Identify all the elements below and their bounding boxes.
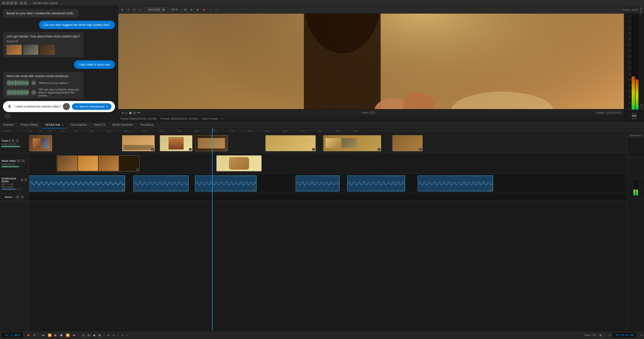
track1-level-bar[interactable] — [2, 146, 22, 147]
svg-rect-38 — [14, 90, 14, 95]
audio-s-btn[interactable]: S — [24, 178, 27, 182]
clip-thumb-2[interactable] — [23, 45, 38, 55]
ext-icon[interactable]: — — [215, 8, 219, 12]
track1-s-btn[interactable]: S — [16, 139, 19, 142]
audio-clip-4[interactable] — [296, 175, 340, 191]
clip-1c[interactable]: fx — [160, 135, 192, 151]
record-btn[interactable]: ⏺ — [202, 8, 206, 12]
grid-icon[interactable]: ⊞ — [183, 8, 187, 12]
tab-transitions[interactable]: Transitions — [137, 121, 157, 128]
track1-m-btn[interactable]: M — [11, 139, 15, 142]
loop-btn[interactable]: ⊡ — [133, 111, 136, 115]
tab-video-fx[interactable]: Video FX — [91, 121, 109, 128]
refresh-icon[interactable]: ↺ — [126, 8, 130, 12]
stock-s-btn[interactable]: S — [21, 159, 25, 163]
save-icon[interactable] — [14, 2, 17, 5]
edit-btn[interactable]: ✂ — [106, 333, 111, 337]
redo-icon[interactable] — [24, 2, 27, 5]
tab-explorer[interactable]: Explorer — [0, 121, 17, 128]
svg-rect-57 — [28, 91, 29, 94]
timecode-display: 17.1.051 — [2, 332, 23, 338]
clip-1e[interactable]: fx — [265, 135, 316, 151]
clip-1b[interactable]: fx — [122, 135, 155, 151]
play-btn[interactable]: ▷ — [125, 111, 128, 115]
clip-1a[interactable] — [29, 135, 52, 151]
send-button[interactable]: ↑ — [63, 103, 70, 110]
stock-m-btn[interactable]: M — [17, 159, 20, 163]
go-start-btn[interactable]: ⏮ — [41, 333, 46, 337]
expand-icon[interactable]: ▾ — [222, 117, 223, 120]
audio-clip-6[interactable]: fx — [418, 175, 493, 191]
master-s-btn[interactable]: S — [20, 195, 24, 199]
voice-play-btn-2[interactable]: + — [31, 90, 36, 95]
snap-icon[interactable]: ⊕ — [120, 8, 124, 12]
prev-btn[interactable]: ⊲ — [121, 111, 124, 115]
rate-reset-btn[interactable]: ■ — [598, 333, 602, 337]
idea-to-storyboard-button[interactable]: ✦ Idea to Storyboard ▾ — [72, 103, 111, 110]
undo-icon[interactable] — [20, 2, 23, 5]
tab-hub-explorer[interactable]: Hub Explorer — [67, 121, 90, 128]
record-btn[interactable]: ⏺ — [26, 333, 31, 337]
audio-clip-2[interactable] — [133, 175, 189, 191]
play-btn[interactable]: ▶ — [54, 333, 58, 337]
refresh-button[interactable]: ↺ — [5, 114, 10, 119]
audio-clip-3[interactable]: fx — [195, 175, 257, 191]
zoom-level[interactable]: 125 % — [170, 8, 179, 12]
play-icon[interactable]: ▷ — [138, 8, 142, 12]
audio-m-btn[interactable]: M — [21, 178, 23, 182]
master-m-btn[interactable]: M — [16, 195, 19, 199]
audio-fx-badge-3: fx — [490, 188, 492, 191]
clip-1d[interactable]: fx — [195, 135, 228, 151]
prev-frame-btn[interactable]: ⏪ — [47, 333, 53, 337]
overlay-icon[interactable]: ⊟ — [189, 8, 193, 12]
loop-region-btn[interactable]: ⊡ — [81, 333, 86, 337]
split-icon[interactable]: ⊠ — [195, 8, 199, 12]
clip-thumb-1[interactable] — [7, 45, 22, 55]
tab-vegas-hub[interactable]: VEGAS Hub ✕ — [41, 121, 67, 128]
audio-clip-5[interactable] — [347, 175, 405, 191]
clip-thumb-3[interactable] — [40, 45, 55, 55]
master-fader[interactable] — [632, 112, 634, 120]
master-fader-2[interactable] — [635, 112, 636, 120]
stock-clip-2[interactable] — [216, 155, 262, 171]
tab-media-generator[interactable]: Media Generator — [109, 121, 137, 128]
idea-btn-dropdown[interactable]: ▾ — [106, 105, 108, 108]
marker-btn[interactable]: ◆ — [92, 333, 96, 337]
audio-vol-bar[interactable] — [2, 189, 22, 190]
chat-input-field[interactable] — [15, 105, 61, 108]
stock-level-bar[interactable] — [2, 166, 22, 167]
tab-close-icon[interactable]: ✕ — [62, 123, 64, 126]
clip-1g[interactable]: fx — [392, 135, 423, 151]
tabs-bar: Explorer Project Media VEGAS Hub ✕ Hub E… — [0, 122, 644, 129]
end-timecode-expand[interactable]: ▾ — [641, 334, 642, 336]
svg-rect-13 — [17, 81, 17, 85]
audio-clip-1[interactable]: fx — [29, 175, 125, 191]
master-track-row — [29, 193, 627, 201]
go-end-btn[interactable]: ⏭ — [72, 333, 77, 337]
transport-sep5 — [605, 333, 605, 337]
stock-clip-1[interactable]: fx — [57, 155, 140, 171]
file-icon[interactable] — [6, 2, 9, 5]
select-btn[interactable]: ↖ — [112, 333, 116, 337]
loop-btn[interactable]: ↺ — [32, 333, 36, 337]
svg-rect-12 — [16, 81, 17, 85]
mic-button[interactable] — [7, 104, 13, 110]
next-frame-btn[interactable]: ⏩ — [65, 333, 71, 337]
more-controls[interactable]: ••• — [137, 111, 140, 115]
voice-item-1: + "Welcome to our bakery." — [7, 79, 80, 86]
clip-1f[interactable]: fx — [323, 135, 381, 151]
folder-icon[interactable] — [10, 2, 13, 5]
stop-btn[interactable]: ◼ — [129, 111, 132, 115]
stop-btn[interactable]: ⏹ — [59, 333, 64, 337]
zoom-out-btn[interactable]: − — [125, 333, 129, 337]
svg-text:23.1: 23.1 — [319, 130, 323, 132]
sync-btn[interactable]: ⊠ — [97, 333, 102, 337]
fx-icon[interactable]: fx — [132, 8, 136, 12]
zoom-in-btn[interactable]: + — [120, 333, 124, 337]
more-icon[interactable]: — — [208, 8, 213, 12]
zoom-preset-select[interactable]: Best (Full) Best (Half) Good Preview Dra… — [147, 8, 166, 12]
voice-play-btn-1[interactable]: + — [31, 80, 36, 85]
tab-project-media[interactable]: Project Media — [17, 121, 41, 128]
snap-btn[interactable]: ⊞ — [87, 333, 91, 337]
clip-fx-badge-5: fx — [378, 148, 380, 151]
